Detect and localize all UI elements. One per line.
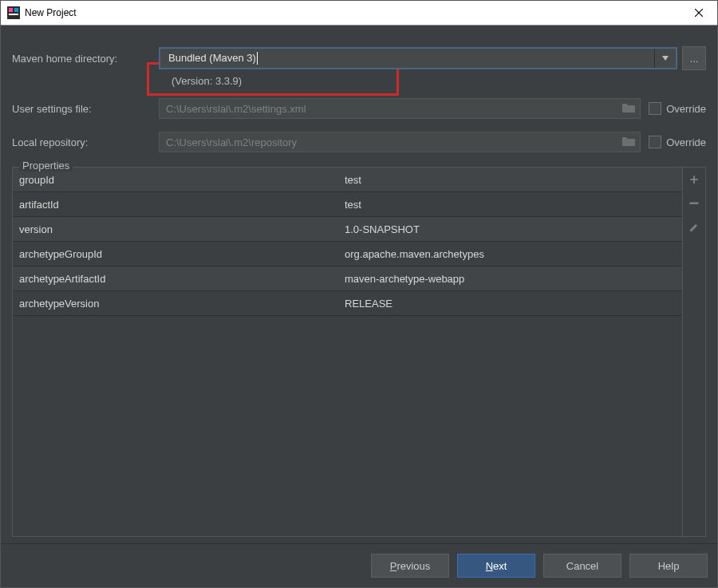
prop-value: test	[345, 174, 682, 186]
svg-rect-1	[9, 8, 13, 12]
dialog-footer: Previous Next Cancel Help	[1, 543, 717, 587]
table-row[interactable]: archetypeGroupIdorg.apache.maven.archety…	[13, 242, 682, 266]
svg-rect-2	[14, 8, 18, 12]
titlebar: New Project	[1, 1, 717, 26]
app-icon	[7, 6, 20, 19]
override-label: Override	[666, 136, 706, 148]
maven-home-combo[interactable]: Bundled (Maven 3)	[159, 47, 677, 69]
table-row[interactable]: groupIdtest	[13, 168, 682, 192]
local-repo-input[interactable]: C:\Users\rslai\.m2\repository	[159, 132, 641, 152]
table-row[interactable]: archetypeArtifactIdmaven-archetype-webap…	[13, 266, 682, 291]
edit-property-button[interactable]	[687, 220, 701, 235]
table-row[interactable]: artifactIdtest	[13, 192, 682, 217]
folder-icon[interactable]	[622, 136, 635, 148]
prop-key: archetypeArtifactId	[13, 273, 345, 285]
override-checkbox-usersettings[interactable]	[649, 102, 661, 115]
maven-home-label: Maven home directory:	[12, 53, 159, 65]
prop-key: artifactId	[13, 199, 345, 211]
prop-key: archetypeVersion	[13, 298, 345, 310]
maven-version-text: (Version: 3.3.9)	[159, 70, 706, 98]
window-title: New Project	[25, 7, 77, 18]
add-property-button[interactable]: +	[687, 172, 701, 187]
prop-value: maven-archetype-webapp	[345, 273, 682, 285]
override-label: Override	[666, 103, 706, 115]
prop-key: groupId	[13, 174, 345, 186]
previous-button[interactable]: Previous	[371, 554, 449, 578]
table-row[interactable]: archetypeVersionRELEASE	[13, 291, 682, 316]
prop-key: archetypeGroupId	[13, 248, 345, 260]
svg-rect-3	[9, 14, 18, 15]
help-button[interactable]: Help	[629, 554, 708, 578]
prop-value: RELEASE	[345, 298, 682, 310]
maven-home-value: Bundled (Maven 3)	[160, 52, 266, 65]
close-button[interactable]	[687, 1, 711, 25]
table-row[interactable]: version1.0-SNAPSHOT	[13, 217, 682, 242]
next-button[interactable]: Next	[457, 554, 535, 578]
user-settings-label: User settings file:	[12, 103, 159, 115]
override-checkbox-localrepo[interactable]	[649, 136, 661, 148]
folder-icon[interactable]	[622, 102, 635, 115]
chevron-down-icon[interactable]	[654, 49, 676, 68]
user-settings-input[interactable]: C:\Users\rslai\.m2\settings.xml	[159, 98, 641, 119]
properties-panel: Properties groupIdtestartifactIdtestvers…	[12, 167, 706, 537]
prop-value: 1.0-SNAPSHOT	[345, 223, 682, 235]
svg-marker-6	[662, 56, 669, 61]
browse-button[interactable]: ...	[682, 46, 706, 70]
prop-value: test	[345, 199, 682, 211]
remove-property-button[interactable]: −	[687, 196, 701, 211]
prop-value: org.apache.maven.archetypes	[345, 248, 682, 260]
local-repo-label: Local repository:	[12, 136, 159, 148]
properties-table[interactable]: groupIdtestartifactIdtestversion1.0-SNAP…	[13, 168, 682, 536]
prop-key: version	[13, 223, 345, 235]
cancel-button[interactable]: Cancel	[543, 554, 621, 578]
properties-title: Properties	[19, 160, 73, 172]
